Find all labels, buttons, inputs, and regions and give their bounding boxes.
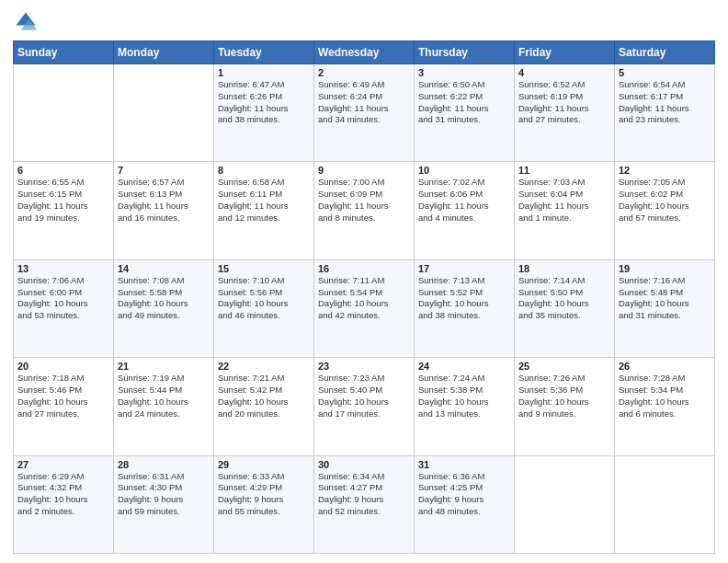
day-info: Sunrise: 7:06 AM Sunset: 6:00 PM Dayligh… xyxy=(17,275,109,322)
day-number: 18 xyxy=(518,263,610,274)
calendar-cell xyxy=(114,64,214,162)
calendar-cell: 13Sunrise: 7:06 AM Sunset: 6:00 PM Dayli… xyxy=(14,259,114,357)
day-number: 11 xyxy=(518,165,610,176)
day-number: 1 xyxy=(218,67,310,78)
calendar-cell: 28Sunrise: 6:31 AM Sunset: 4:30 PM Dayli… xyxy=(114,455,214,553)
calendar-cell xyxy=(615,455,715,553)
day-number: 14 xyxy=(118,263,210,274)
day-number: 19 xyxy=(619,263,711,274)
calendar-week-3: 13Sunrise: 7:06 AM Sunset: 6:00 PM Dayli… xyxy=(14,259,715,357)
day-info: Sunrise: 7:08 AM Sunset: 5:58 PM Dayligh… xyxy=(118,275,210,322)
weekday-sunday: Sunday xyxy=(14,41,114,64)
calendar-body: 1Sunrise: 6:47 AM Sunset: 6:26 PM Daylig… xyxy=(14,64,715,554)
weekday-friday: Friday xyxy=(515,41,615,64)
calendar-cell: 19Sunrise: 7:16 AM Sunset: 5:48 PM Dayli… xyxy=(615,259,715,357)
day-number: 7 xyxy=(118,165,210,176)
calendar-cell: 26Sunrise: 7:28 AM Sunset: 5:34 PM Dayli… xyxy=(615,358,715,455)
day-number: 30 xyxy=(318,459,410,470)
calendar-cell: 24Sunrise: 7:24 AM Sunset: 5:38 PM Dayli… xyxy=(415,358,515,455)
calendar-cell: 18Sunrise: 7:14 AM Sunset: 5:50 PM Dayli… xyxy=(515,259,615,357)
day-info: Sunrise: 6:36 AM Sunset: 4:25 PM Dayligh… xyxy=(418,471,510,518)
calendar-cell xyxy=(14,64,114,162)
day-number: 10 xyxy=(418,165,510,176)
calendar-cell xyxy=(515,455,615,553)
calendar-cell: 3Sunrise: 6:50 AM Sunset: 6:22 PM Daylig… xyxy=(415,64,515,162)
weekday-wednesday: Wednesday xyxy=(314,41,415,64)
calendar-cell: 23Sunrise: 7:23 AM Sunset: 5:40 PM Dayli… xyxy=(314,358,415,455)
day-info: Sunrise: 7:02 AM Sunset: 6:06 PM Dayligh… xyxy=(418,177,510,224)
calendar-cell: 21Sunrise: 7:19 AM Sunset: 5:44 PM Dayli… xyxy=(114,358,214,455)
calendar-cell: 27Sunrise: 6:29 AM Sunset: 4:32 PM Dayli… xyxy=(14,455,114,553)
day-info: Sunrise: 7:24 AM Sunset: 5:38 PM Dayligh… xyxy=(418,373,510,419)
day-info: Sunrise: 7:00 AM Sunset: 6:09 PM Dayligh… xyxy=(318,177,410,224)
calendar-cell: 14Sunrise: 7:08 AM Sunset: 5:58 PM Dayli… xyxy=(114,259,214,357)
calendar-cell: 1Sunrise: 6:47 AM Sunset: 6:26 PM Daylig… xyxy=(214,64,314,162)
calendar-cell: 5Sunrise: 6:54 AM Sunset: 6:17 PM Daylig… xyxy=(615,64,715,162)
calendar-cell: 10Sunrise: 7:02 AM Sunset: 6:06 PM Dayli… xyxy=(415,162,515,259)
weekday-saturday: Saturday xyxy=(615,41,715,64)
calendar-week-5: 27Sunrise: 6:29 AM Sunset: 4:32 PM Dayli… xyxy=(14,455,715,553)
day-info: Sunrise: 7:03 AM Sunset: 6:04 PM Dayligh… xyxy=(518,177,610,224)
page: SundayMondayTuesdayWednesdayThursdayFrid… xyxy=(0,0,728,563)
day-number: 4 xyxy=(518,67,610,78)
day-info: Sunrise: 7:05 AM Sunset: 6:02 PM Dayligh… xyxy=(619,177,711,224)
day-info: Sunrise: 7:23 AM Sunset: 5:40 PM Dayligh… xyxy=(318,373,410,419)
calendar-cell: 15Sunrise: 7:10 AM Sunset: 5:56 PM Dayli… xyxy=(214,259,314,357)
calendar-cell: 22Sunrise: 7:21 AM Sunset: 5:42 PM Dayli… xyxy=(214,358,314,455)
calendar-cell: 8Sunrise: 6:58 AM Sunset: 6:11 PM Daylig… xyxy=(214,162,314,259)
logo xyxy=(13,9,42,35)
calendar-cell: 20Sunrise: 7:18 AM Sunset: 5:46 PM Dayli… xyxy=(14,358,114,455)
day-number: 9 xyxy=(318,165,410,176)
day-number: 23 xyxy=(318,361,410,372)
day-info: Sunrise: 7:16 AM Sunset: 5:48 PM Dayligh… xyxy=(619,275,711,322)
day-number: 29 xyxy=(218,459,310,470)
day-info: Sunrise: 6:34 AM Sunset: 4:27 PM Dayligh… xyxy=(318,471,410,518)
day-info: Sunrise: 7:26 AM Sunset: 5:36 PM Dayligh… xyxy=(518,373,610,419)
day-number: 13 xyxy=(17,263,109,274)
day-info: Sunrise: 7:10 AM Sunset: 5:56 PM Dayligh… xyxy=(218,275,310,322)
day-number: 22 xyxy=(218,361,310,372)
day-number: 15 xyxy=(218,263,310,274)
day-info: Sunrise: 6:55 AM Sunset: 6:15 PM Dayligh… xyxy=(17,177,109,224)
calendar-week-1: 1Sunrise: 6:47 AM Sunset: 6:26 PM Daylig… xyxy=(14,64,715,162)
day-info: Sunrise: 6:54 AM Sunset: 6:17 PM Dayligh… xyxy=(619,79,711,126)
calendar-cell: 9Sunrise: 7:00 AM Sunset: 6:09 PM Daylig… xyxy=(314,162,415,259)
day-number: 3 xyxy=(418,67,510,78)
calendar-cell: 11Sunrise: 7:03 AM Sunset: 6:04 PM Dayli… xyxy=(515,162,615,259)
calendar-week-4: 20Sunrise: 7:18 AM Sunset: 5:46 PM Dayli… xyxy=(14,358,715,455)
weekday-header-row: SundayMondayTuesdayWednesdayThursdayFrid… xyxy=(14,41,715,64)
day-info: Sunrise: 7:11 AM Sunset: 5:54 PM Dayligh… xyxy=(318,275,410,322)
day-info: Sunrise: 7:21 AM Sunset: 5:42 PM Dayligh… xyxy=(218,373,310,419)
day-info: Sunrise: 6:33 AM Sunset: 4:29 PM Dayligh… xyxy=(218,471,310,518)
header xyxy=(13,9,715,35)
day-number: 24 xyxy=(418,361,510,372)
calendar-cell: 17Sunrise: 7:13 AM Sunset: 5:52 PM Dayli… xyxy=(415,259,515,357)
day-number: 27 xyxy=(17,459,109,470)
day-info: Sunrise: 6:29 AM Sunset: 4:32 PM Dayligh… xyxy=(17,471,109,518)
day-number: 12 xyxy=(619,165,711,176)
calendar-cell: 4Sunrise: 6:52 AM Sunset: 6:19 PM Daylig… xyxy=(515,64,615,162)
day-info: Sunrise: 6:47 AM Sunset: 6:26 PM Dayligh… xyxy=(218,79,310,126)
calendar-cell: 2Sunrise: 6:49 AM Sunset: 6:24 PM Daylig… xyxy=(314,64,415,162)
day-info: Sunrise: 7:14 AM Sunset: 5:50 PM Dayligh… xyxy=(518,275,610,322)
day-info: Sunrise: 7:19 AM Sunset: 5:44 PM Dayligh… xyxy=(118,373,210,419)
weekday-tuesday: Tuesday xyxy=(214,41,314,64)
day-number: 20 xyxy=(17,361,109,372)
day-info: Sunrise: 6:50 AM Sunset: 6:22 PM Dayligh… xyxy=(418,79,510,126)
calendar-header: SundayMondayTuesdayWednesdayThursdayFrid… xyxy=(14,41,715,64)
calendar-cell: 25Sunrise: 7:26 AM Sunset: 5:36 PM Dayli… xyxy=(515,358,615,455)
day-number: 26 xyxy=(619,361,711,372)
day-number: 8 xyxy=(218,165,310,176)
calendar-table: SundayMondayTuesdayWednesdayThursdayFrid… xyxy=(13,40,715,554)
calendar-cell: 30Sunrise: 6:34 AM Sunset: 4:27 PM Dayli… xyxy=(314,455,415,553)
day-info: Sunrise: 7:18 AM Sunset: 5:46 PM Dayligh… xyxy=(17,373,109,419)
day-number: 17 xyxy=(418,263,510,274)
day-number: 28 xyxy=(118,459,210,470)
calendar-week-2: 6Sunrise: 6:55 AM Sunset: 6:15 PM Daylig… xyxy=(14,162,715,259)
day-number: 31 xyxy=(418,459,510,470)
day-info: Sunrise: 7:13 AM Sunset: 5:52 PM Dayligh… xyxy=(418,275,510,322)
day-info: Sunrise: 6:49 AM Sunset: 6:24 PM Dayligh… xyxy=(318,79,410,126)
calendar-cell: 7Sunrise: 6:57 AM Sunset: 6:13 PM Daylig… xyxy=(114,162,214,259)
day-number: 16 xyxy=(318,263,410,274)
day-info: Sunrise: 6:31 AM Sunset: 4:30 PM Dayligh… xyxy=(118,471,210,518)
